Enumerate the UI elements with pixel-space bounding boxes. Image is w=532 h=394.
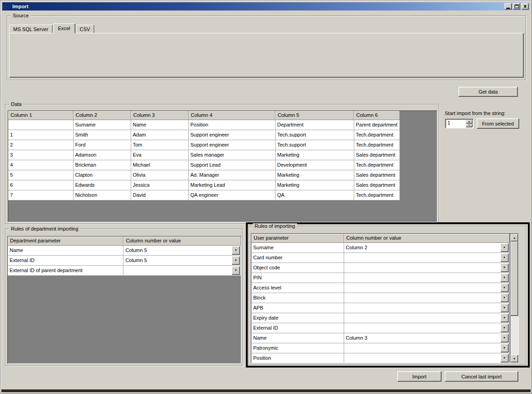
data-cell[interactable]: Tech.department xyxy=(354,140,399,150)
data-cell[interactable]: Michael xyxy=(131,160,188,170)
data-cell[interactable]: Ford xyxy=(73,140,131,150)
data-cell[interactable]: Tech.support xyxy=(275,140,354,150)
user-value-dropdown-button[interactable]: ▼ xyxy=(500,294,509,302)
start-string-spinner[interactable]: 1 ▲ ▼ xyxy=(445,119,473,128)
minimize-button[interactable] xyxy=(505,3,512,10)
user-value-dropdown-button[interactable]: ▼ xyxy=(500,314,509,322)
user-param-cell[interactable]: Block xyxy=(251,293,344,303)
data-cell[interactable]: Sales department xyxy=(354,150,399,160)
user-value-cell[interactable]: ▼ xyxy=(344,263,509,273)
user-param-cell[interactable]: Access level xyxy=(251,283,344,293)
data-cell[interactable]: 5 xyxy=(8,170,73,180)
dept-param-cell[interactable]: External ID xyxy=(8,255,123,265)
data-cell[interactable]: Smith xyxy=(73,130,131,140)
data-cell[interactable]: 7 xyxy=(8,190,73,200)
data-cell[interactable]: Sales manager xyxy=(188,150,275,160)
data-cell[interactable]: Edwards xyxy=(73,180,131,190)
user-value-cell[interactable]: ▼ xyxy=(344,273,509,283)
data-cell[interactable]: Eva xyxy=(131,150,188,160)
data-cell[interactable]: Sales department xyxy=(354,170,399,180)
user-param-cell[interactable]: Card number xyxy=(251,252,344,263)
user-value-dropdown-button[interactable]: ▼ xyxy=(500,284,509,292)
data-cell[interactable]: Tech.department xyxy=(354,130,399,140)
data-cell[interactable]: 6 xyxy=(8,180,73,190)
spinner-up-button[interactable]: ▲ xyxy=(466,120,473,124)
dept-value-dropdown-button[interactable]: ▼ xyxy=(232,266,240,275)
data-cell[interactable]: Adamson xyxy=(73,150,131,160)
scrollbar-up-button[interactable]: ▲ xyxy=(511,234,518,242)
user-value-cell[interactable]: ▼ xyxy=(344,343,509,353)
data-cell[interactable]: Olivia xyxy=(131,170,188,180)
dept-value-dropdown-button[interactable]: ▼ xyxy=(232,246,240,255)
data-cell[interactable]: Tom xyxy=(131,140,188,150)
user-param-cell[interactable]: APB xyxy=(251,303,344,313)
user-value-cell[interactable]: Column 2 ▼ xyxy=(344,242,509,252)
user-param-cell[interactable]: PIN xyxy=(251,273,344,283)
dept-param-cell[interactable]: Name xyxy=(8,245,123,255)
user-param-cell[interactable]: Object code xyxy=(251,263,344,273)
user-param-cell[interactable]: Name xyxy=(251,333,344,343)
import-button[interactable]: Import xyxy=(397,371,442,382)
spinner-down-button[interactable]: ▼ xyxy=(466,124,473,128)
user-value-dropdown-button[interactable]: ▼ xyxy=(500,304,509,312)
cancel-last-import-button[interactable]: Cancel last import xyxy=(445,371,518,382)
data-col-header[interactable]: Column 2 xyxy=(73,111,131,120)
data-col-header[interactable]: Column 6 xyxy=(354,111,399,120)
data-cell[interactable]: Marketing xyxy=(275,180,354,190)
scrollbar-down-button[interactable]: ▼ xyxy=(511,355,518,362)
user-param-cell[interactable]: Patronymic xyxy=(251,343,344,353)
dept-value-dropdown-button[interactable]: ▼ xyxy=(232,256,240,265)
tab-csv[interactable]: CSV xyxy=(76,25,95,33)
user-value-cell[interactable]: Column 3 ▼ xyxy=(344,333,509,343)
data-cell[interactable]: Clapton xyxy=(73,170,131,180)
user-param-cell[interactable]: Position xyxy=(251,353,344,363)
from-selected-button[interactable]: From selected xyxy=(477,118,519,129)
vertical-scrollbar[interactable]: ▲ ▼ xyxy=(511,234,518,362)
data-cell[interactable]: Ad. Manager xyxy=(188,170,275,180)
data-cell[interactable]: Parent department xyxy=(354,120,399,130)
dept-value-cell[interactable]: Column 5 ▼ xyxy=(123,255,241,265)
user-param-cell[interactable]: External ID xyxy=(251,323,344,333)
tab-excel[interactable]: Excel xyxy=(53,23,75,33)
user-value-dropdown-button[interactable]: ▼ xyxy=(500,253,509,262)
titlebar[interactable]: Import x xyxy=(2,2,530,11)
data-cell[interactable]: Development xyxy=(275,160,354,170)
user-param-cell[interactable]: Surname xyxy=(251,242,344,252)
data-cell[interactable]: Support Lead xyxy=(188,160,275,170)
data-cell[interactable]: Support engineer xyxy=(188,140,275,150)
data-cell[interactable]: Brickman xyxy=(73,160,131,170)
user-value-dropdown-button[interactable]: ▼ xyxy=(500,243,509,252)
data-cell[interactable]: David xyxy=(131,190,188,200)
user-param-cell[interactable]: Expiry date xyxy=(251,313,344,323)
data-cell[interactable]: 4 xyxy=(8,160,73,170)
data-cell[interactable]: Tech.department xyxy=(354,190,399,200)
data-cell-selected[interactable]: ID xyxy=(8,120,73,130)
user-value-cell[interactable]: ▼ xyxy=(344,252,509,263)
user-value-dropdown-button[interactable]: ▼ xyxy=(500,324,509,332)
user-value-cell[interactable]: ▼ xyxy=(344,293,509,303)
data-cell[interactable]: Tech.department xyxy=(354,160,399,170)
user-value-dropdown-button[interactable]: ▼ xyxy=(500,273,509,282)
user-value-cell[interactable]: ▼ xyxy=(344,313,509,323)
user-value-cell[interactable]: ▼ xyxy=(344,303,509,313)
data-col-header[interactable]: Column 3 xyxy=(131,111,188,120)
user-value-cell-selected[interactable]: Column 4 ▼ xyxy=(344,353,509,363)
data-cell[interactable]: Marketing xyxy=(275,150,354,160)
data-col-header[interactable]: Column 1 xyxy=(8,111,73,120)
data-cell[interactable]: Tech.support xyxy=(275,130,354,140)
data-cell[interactable]: Name xyxy=(131,120,188,130)
data-cell[interactable]: Nicholson xyxy=(73,190,131,200)
user-value-dropdown-button[interactable]: ▼ xyxy=(500,263,509,272)
user-value-dropdown-button[interactable]: ▼ xyxy=(500,344,509,352)
data-cell[interactable]: Position xyxy=(188,120,275,130)
data-col-header[interactable]: Column 5 xyxy=(275,111,354,120)
scrollbar-thumb[interactable] xyxy=(511,242,518,316)
data-cell[interactable]: Marketing xyxy=(275,170,354,180)
user-value-dropdown-button[interactable]: ▼ xyxy=(500,334,509,342)
dept-value-cell-selected[interactable]: Column 6 ▼ xyxy=(123,265,241,275)
data-cell[interactable]: 2 xyxy=(8,140,73,150)
tab-ms-sql-server[interactable]: MS SQL Server xyxy=(9,25,53,33)
data-cell[interactable]: QA engineer xyxy=(188,190,275,200)
data-cell[interactable]: Marketing Lead xyxy=(188,180,275,190)
close-button[interactable]: x xyxy=(521,3,529,10)
